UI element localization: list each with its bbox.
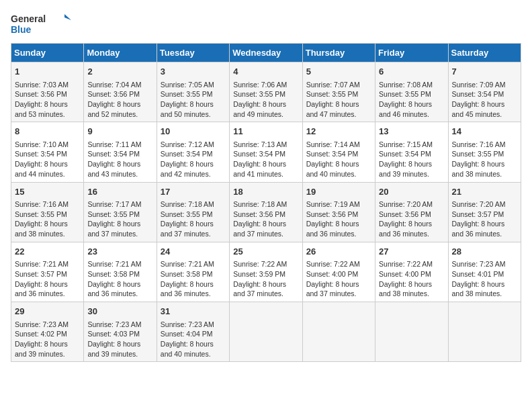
calendar-day-cell: 22Sunrise: 7:21 AMSunset: 3:57 PMDayligh… <box>11 242 84 302</box>
calendar-day-cell: 17Sunrise: 7:18 AMSunset: 3:55 PMDayligh… <box>157 182 229 242</box>
day-number: 2 <box>87 65 152 79</box>
calendar-day-cell: 4Sunrise: 7:06 AMSunset: 3:55 PMDaylight… <box>230 62 302 122</box>
day-detail: Sunrise: 7:13 AMSunset: 3:54 PMDaylight:… <box>233 140 298 179</box>
logo: General Blue <box>11 11 71 38</box>
calendar-header-cell: Tuesday <box>157 44 229 62</box>
day-detail: Sunrise: 7:04 AMSunset: 3:56 PMDaylight:… <box>87 80 152 120</box>
calendar-day-cell: 16Sunrise: 7:17 AMSunset: 3:55 PMDayligh… <box>84 182 157 242</box>
day-detail: Sunrise: 7:18 AMSunset: 3:55 PMDaylight:… <box>161 199 226 239</box>
day-number: 24 <box>161 245 226 259</box>
day-detail: Sunrise: 7:23 AMSunset: 4:04 PMDaylight:… <box>161 320 226 359</box>
calendar-day-cell: 30Sunrise: 7:23 AMSunset: 4:03 PMDayligh… <box>84 302 157 362</box>
day-detail: Sunrise: 7:16 AMSunset: 3:55 PMDaylight:… <box>452 140 517 179</box>
calendar-day-cell: 13Sunrise: 7:15 AMSunset: 3:54 PMDayligh… <box>375 122 448 182</box>
calendar-day-cell <box>302 302 375 362</box>
header: General Blue <box>11 11 521 38</box>
calendar-day-cell: 28Sunrise: 7:23 AMSunset: 4:01 PMDayligh… <box>448 242 521 302</box>
day-number: 30 <box>87 305 152 318</box>
calendar-day-cell: 31Sunrise: 7:23 AMSunset: 4:04 PMDayligh… <box>157 302 229 362</box>
calendar-header-cell: Monday <box>84 44 157 62</box>
day-number: 3 <box>161 65 226 79</box>
day-detail: Sunrise: 7:18 AMSunset: 3:56 PMDaylight:… <box>233 199 298 239</box>
day-number: 8 <box>15 125 80 138</box>
day-number: 22 <box>15 245 80 259</box>
calendar-header-row: SundayMondayTuesdayWednesdayThursdayFrid… <box>11 44 521 62</box>
calendar-header-cell: Sunday <box>11 44 84 62</box>
day-number: 9 <box>87 125 152 138</box>
day-detail: Sunrise: 7:17 AMSunset: 3:55 PMDaylight:… <box>87 199 152 239</box>
day-number: 29 <box>15 305 80 318</box>
calendar-day-cell: 7Sunrise: 7:09 AMSunset: 3:54 PMDaylight… <box>448 62 521 122</box>
day-detail: Sunrise: 7:10 AMSunset: 3:54 PMDaylight:… <box>15 140 80 179</box>
calendar-day-cell: 29Sunrise: 7:23 AMSunset: 4:02 PMDayligh… <box>11 302 84 362</box>
calendar-header-cell: Saturday <box>448 44 521 62</box>
day-number: 14 <box>452 125 517 138</box>
calendar-day-cell: 1Sunrise: 7:03 AMSunset: 3:56 PMDaylight… <box>11 62 84 122</box>
day-number: 10 <box>161 125 226 138</box>
calendar-day-cell: 26Sunrise: 7:22 AMSunset: 4:00 PMDayligh… <box>302 242 375 302</box>
calendar-week-row: 29Sunrise: 7:23 AMSunset: 4:02 PMDayligh… <box>11 302 521 362</box>
day-number: 20 <box>379 185 444 199</box>
calendar-week-row: 1Sunrise: 7:03 AMSunset: 3:56 PMDaylight… <box>11 62 521 122</box>
calendar-day-cell: 15Sunrise: 7:16 AMSunset: 3:55 PMDayligh… <box>11 182 84 242</box>
day-number: 11 <box>233 125 298 138</box>
day-number: 13 <box>379 125 444 138</box>
calendar-day-cell: 6Sunrise: 7:08 AMSunset: 3:55 PMDaylight… <box>375 62 448 122</box>
calendar-day-cell: 25Sunrise: 7:22 AMSunset: 3:59 PMDayligh… <box>230 242 302 302</box>
day-detail: Sunrise: 7:07 AMSunset: 3:55 PMDaylight:… <box>306 80 371 120</box>
svg-text:Blue: Blue <box>11 24 32 35</box>
calendar-day-cell: 23Sunrise: 7:21 AMSunset: 3:58 PMDayligh… <box>84 242 157 302</box>
day-detail: Sunrise: 7:19 AMSunset: 3:56 PMDaylight:… <box>306 199 371 239</box>
day-number: 1 <box>15 65 80 79</box>
day-number: 16 <box>87 185 152 199</box>
calendar-day-cell: 19Sunrise: 7:19 AMSunset: 3:56 PMDayligh… <box>302 182 375 242</box>
logo-svg: General Blue <box>11 11 71 38</box>
day-number: 25 <box>233 245 298 259</box>
day-detail: Sunrise: 7:23 AMSunset: 4:03 PMDaylight:… <box>87 320 152 359</box>
day-number: 18 <box>233 185 298 199</box>
calendar-header-cell: Thursday <box>302 44 375 62</box>
calendar-header-cell: Friday <box>375 44 448 62</box>
day-detail: Sunrise: 7:22 AMSunset: 4:00 PMDaylight:… <box>379 259 444 299</box>
calendar-day-cell: 2Sunrise: 7:04 AMSunset: 3:56 PMDaylight… <box>84 62 157 122</box>
day-detail: Sunrise: 7:20 AMSunset: 3:57 PMDaylight:… <box>452 199 517 239</box>
day-number: 28 <box>452 245 517 259</box>
calendar-day-cell: 9Sunrise: 7:11 AMSunset: 3:54 PMDaylight… <box>84 122 157 182</box>
day-detail: Sunrise: 7:06 AMSunset: 3:55 PMDaylight:… <box>233 80 298 120</box>
day-detail: Sunrise: 7:23 AMSunset: 4:01 PMDaylight:… <box>452 259 517 299</box>
calendar-week-row: 22Sunrise: 7:21 AMSunset: 3:57 PMDayligh… <box>11 242 521 302</box>
calendar-day-cell <box>448 302 521 362</box>
day-detail: Sunrise: 7:15 AMSunset: 3:54 PMDaylight:… <box>379 140 444 179</box>
svg-text:General: General <box>11 13 46 24</box>
calendar-day-cell: 12Sunrise: 7:14 AMSunset: 3:54 PMDayligh… <box>302 122 375 182</box>
day-detail: Sunrise: 7:21 AMSunset: 3:57 PMDaylight:… <box>15 259 80 299</box>
day-number: 5 <box>306 65 371 79</box>
day-number: 26 <box>306 245 371 259</box>
calendar-body: 1Sunrise: 7:03 AMSunset: 3:56 PMDaylight… <box>11 62 521 362</box>
calendar-day-cell: 11Sunrise: 7:13 AMSunset: 3:54 PMDayligh… <box>230 122 302 182</box>
day-number: 27 <box>379 245 444 259</box>
day-detail: Sunrise: 7:21 AMSunset: 3:58 PMDaylight:… <box>161 259 226 299</box>
calendar-day-cell: 5Sunrise: 7:07 AMSunset: 3:55 PMDaylight… <box>302 62 375 122</box>
calendar-day-cell <box>230 302 302 362</box>
calendar-day-cell: 20Sunrise: 7:20 AMSunset: 3:56 PMDayligh… <box>375 182 448 242</box>
svg-marker-1 <box>64 14 71 20</box>
calendar-day-cell: 21Sunrise: 7:20 AMSunset: 3:57 PMDayligh… <box>448 182 521 242</box>
day-number: 12 <box>306 125 371 138</box>
calendar-week-row: 15Sunrise: 7:16 AMSunset: 3:55 PMDayligh… <box>11 182 521 242</box>
day-detail: Sunrise: 7:09 AMSunset: 3:54 PMDaylight:… <box>452 80 517 120</box>
day-detail: Sunrise: 7:21 AMSunset: 3:58 PMDaylight:… <box>87 259 152 299</box>
day-detail: Sunrise: 7:22 AMSunset: 3:59 PMDaylight:… <box>233 259 298 299</box>
calendar-day-cell: 24Sunrise: 7:21 AMSunset: 3:58 PMDayligh… <box>157 242 229 302</box>
day-detail: Sunrise: 7:14 AMSunset: 3:54 PMDaylight:… <box>306 140 371 179</box>
day-number: 7 <box>452 65 517 79</box>
day-detail: Sunrise: 7:12 AMSunset: 3:54 PMDaylight:… <box>161 140 226 179</box>
calendar-day-cell: 10Sunrise: 7:12 AMSunset: 3:54 PMDayligh… <box>157 122 229 182</box>
calendar-week-row: 8Sunrise: 7:10 AMSunset: 3:54 PMDaylight… <box>11 122 521 182</box>
day-detail: Sunrise: 7:03 AMSunset: 3:56 PMDaylight:… <box>15 80 80 120</box>
day-detail: Sunrise: 7:05 AMSunset: 3:55 PMDaylight:… <box>161 80 226 120</box>
day-detail: Sunrise: 7:22 AMSunset: 4:00 PMDaylight:… <box>306 259 371 299</box>
day-number: 6 <box>379 65 444 79</box>
day-detail: Sunrise: 7:20 AMSunset: 3:56 PMDaylight:… <box>379 199 444 239</box>
day-number: 23 <box>87 245 152 259</box>
